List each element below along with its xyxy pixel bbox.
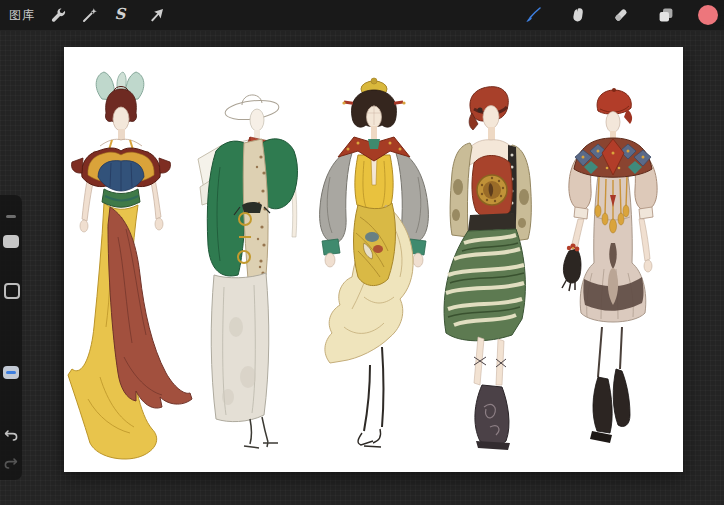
opacity-accent-bar (6, 371, 16, 374)
smudge-button[interactable] (569, 6, 587, 24)
redo-button[interactable] (3, 455, 19, 471)
selection-button[interactable]: S (111, 4, 129, 24)
gallery-button[interactable]: 图库 (9, 7, 35, 24)
brush-size-slider-thumb[interactable] (3, 235, 19, 248)
fashion-figure-3 (320, 78, 429, 447)
layers-button[interactable] (657, 6, 675, 24)
eraser-button[interactable] (612, 6, 630, 24)
actions-button[interactable] (49, 6, 67, 24)
procreate-workspace: { "app": { "name": "Procreate-style pain… (0, 0, 724, 505)
fashion-figure-4 (444, 87, 531, 450)
paint-brush-icon (524, 6, 542, 24)
selection-s-icon: S (115, 5, 126, 23)
adjustments-button[interactable] (81, 6, 99, 24)
fashion-figure-2 (198, 95, 297, 448)
brush-sidebar (0, 195, 22, 480)
top-toolbar: 图库 S (0, 0, 724, 31)
paint-brush-button[interactable] (524, 6, 542, 24)
redo-arrow-icon (3, 455, 19, 471)
fashion-figure-5 (562, 88, 657, 443)
opacity-slider-thumb[interactable] (3, 366, 19, 379)
color-swatch-button[interactable] (697, 4, 719, 26)
modify-button[interactable] (4, 283, 20, 299)
color-swatch-icon (697, 4, 719, 26)
size-slider-tick (6, 215, 16, 218)
wrench-icon (49, 6, 67, 24)
transform-arrow-icon (148, 6, 166, 24)
fashion-figure-1 (68, 72, 192, 459)
undo-button[interactable] (3, 427, 19, 443)
layers-icon (657, 6, 675, 24)
drawing-canvas[interactable] (64, 47, 683, 472)
undo-arrow-icon (3, 427, 19, 443)
smudge-finger-icon (569, 6, 587, 24)
transform-button[interactable] (148, 6, 166, 24)
magic-wand-icon (81, 6, 99, 24)
eraser-icon (612, 6, 630, 24)
